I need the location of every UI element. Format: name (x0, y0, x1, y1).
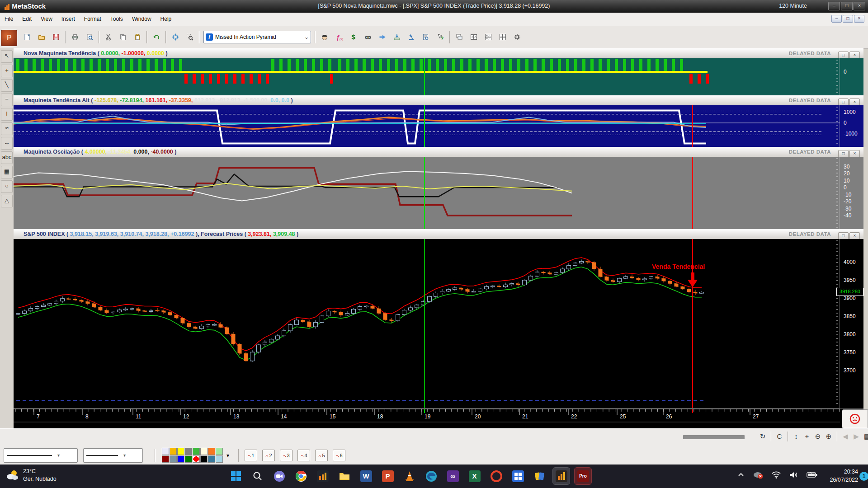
panel-chart-price[interactable]: Venda Tendencial400039503900385038003750… (14, 239, 863, 408)
taskbar-app-word[interactable]: W (358, 468, 374, 484)
menu-help[interactable]: Help (156, 13, 176, 26)
panel-close-button[interactable]: × (849, 52, 860, 59)
taskbar-app-file-explorer[interactable] (336, 468, 353, 484)
panel-chart-trend[interactable]: 0 (14, 58, 863, 95)
taskbar-app-excel[interactable]: X (466, 468, 483, 484)
save-button[interactable] (49, 30, 63, 44)
color-swatch[interactable] (208, 448, 215, 455)
taskbar-app-visual-studio[interactable]: ∞ (444, 468, 461, 484)
zoom-select-button[interactable] (183, 30, 197, 44)
taskbar-app-metastock-pro[interactable]: Pro (575, 468, 591, 484)
taskbar-app-cards-app[interactable] (531, 468, 548, 484)
context-help-button[interactable]: ? (434, 30, 447, 44)
tile-horizontal-button[interactable] (481, 30, 495, 44)
notification-badge[interactable]: 1 (859, 472, 868, 481)
color-swatch[interactable] (177, 455, 184, 463)
scan-button[interactable] (361, 30, 375, 44)
crosshair-button[interactable] (169, 30, 182, 44)
mdi-minimize-button[interactable]: – (831, 15, 842, 23)
color-swatch[interactable] (193, 455, 200, 463)
trendline-tool[interactable]: ╲ (1, 79, 13, 92)
zoom-in-button[interactable]: ⊕ (823, 431, 834, 442)
system-tester-button[interactable] (405, 30, 418, 44)
triangle-tool[interactable]: △ (1, 195, 13, 207)
menu-window[interactable]: Window (127, 13, 156, 26)
layout-button-6[interactable]: 6 (333, 450, 345, 461)
taskbar-app-app-blue-grid[interactable] (509, 468, 526, 484)
panel-close-button[interactable]: × (849, 99, 860, 106)
taskbar-app-chrome[interactable] (292, 468, 309, 484)
color-swatch[interactable] (216, 448, 223, 455)
mdi-close-button[interactable]: × (854, 15, 864, 23)
color-swatch[interactable] (170, 455, 177, 463)
cascade-button[interactable] (453, 30, 466, 44)
paste-button[interactable] (131, 30, 144, 44)
palette-dropdown-arrow[interactable]: ▾ (226, 452, 229, 459)
add-tool[interactable]: + (1, 65, 13, 77)
maximize-button[interactable]: □ (841, 2, 853, 10)
menu-file[interactable]: File (0, 13, 18, 26)
resize-vertical-button[interactable]: ↕ (791, 431, 802, 442)
panel-close-button[interactable]: × (849, 150, 860, 157)
color-swatch[interactable] (162, 455, 169, 463)
taskbar-app-powerpoint[interactable]: P (379, 468, 396, 484)
report-button[interactable] (419, 30, 433, 44)
color-swatch[interactable] (200, 448, 208, 455)
ellipse-tool[interactable]: ○ (1, 180, 13, 193)
open-button[interactable] (35, 30, 48, 44)
menu-insert[interactable]: Insert (57, 13, 80, 26)
menu-format[interactable]: Format (80, 13, 106, 26)
menu-tools[interactable]: Tools (106, 13, 127, 26)
data-window-button[interactable]: ▤ (862, 431, 868, 442)
back-button[interactable]: ◀ (840, 431, 851, 442)
mdi-restore-button[interactable]: □ (843, 15, 853, 23)
taskbar-app-start[interactable] (227, 468, 244, 484)
line-style-dropdown[interactable]: ▾ (83, 448, 143, 463)
chevron-up-icon[interactable] (737, 471, 745, 480)
options-button[interactable] (510, 30, 524, 44)
taskbar-app-vlc[interactable] (401, 468, 418, 484)
volume-icon[interactable] (789, 471, 799, 480)
layout-button-2[interactable]: 2 (262, 450, 275, 461)
template-dropdown[interactable]: fMissed In Action Pyramid⌄ (203, 31, 311, 43)
color-swatch[interactable] (170, 448, 177, 455)
horizontal-scrollbar-thumb[interactable] (683, 435, 745, 439)
panel-maximize-button[interactable]: □ (838, 99, 849, 106)
taskbar-app-metastock[interactable] (553, 468, 570, 484)
pan-button[interactable]: + (802, 431, 812, 442)
grid-tool[interactable]: ▦ (1, 166, 13, 178)
text-tool[interactable]: abc (1, 151, 13, 164)
pointer-tool[interactable]: ↖ (1, 50, 13, 63)
onedrive-error-icon[interactable] (753, 470, 764, 481)
panel-chart-alt[interactable]: 10000-1000 (14, 105, 863, 147)
new-chart-button[interactable] (20, 30, 34, 44)
layout-button-3[interactable]: 3 (280, 450, 292, 461)
color-swatch[interactable] (162, 448, 169, 455)
downloader-button[interactable] (390, 30, 404, 44)
scroll-arrows-tool[interactable]: ↔ (1, 137, 13, 150)
copy-button[interactable] (116, 30, 130, 44)
battery-icon[interactable] (807, 471, 817, 480)
panel-maximize-button[interactable]: □ (838, 52, 849, 59)
forward-button[interactable]: ▶ (851, 431, 862, 442)
color-swatch[interactable] (185, 448, 192, 455)
wifi-icon[interactable] (771, 471, 781, 480)
cut-button[interactable] (102, 30, 115, 44)
expert-advisor-button[interactable]: $ (347, 30, 360, 44)
panel-maximize-button[interactable]: □ (838, 232, 849, 239)
vertical-line-tool[interactable]: I (1, 108, 13, 121)
panel-close-button[interactable]: × (849, 232, 860, 239)
taskbar-clock[interactable]: 20:34 26/07/2022 (816, 468, 858, 484)
panel-maximize-button[interactable]: □ (838, 150, 849, 157)
panel-chart-osc[interactable]: 3020100-10-20-30-40 (14, 157, 863, 229)
forecast-arrow-button[interactable] (376, 30, 389, 44)
layout-button-4[interactable]: 4 (297, 450, 310, 461)
app-p-icon[interactable]: P (1, 30, 17, 46)
taskbar-app-search[interactable] (249, 468, 266, 484)
taskbar-app-teams[interactable] (271, 468, 288, 484)
layout-button-5[interactable]: 5 (315, 450, 328, 461)
tile-vertical-button[interactable] (467, 30, 481, 44)
zoom-out-button[interactable]: ⊖ (812, 431, 823, 442)
menu-edit[interactable]: Edit (18, 13, 36, 26)
weather-widget[interactable]: 23°CGer. Nublado (5, 468, 57, 483)
